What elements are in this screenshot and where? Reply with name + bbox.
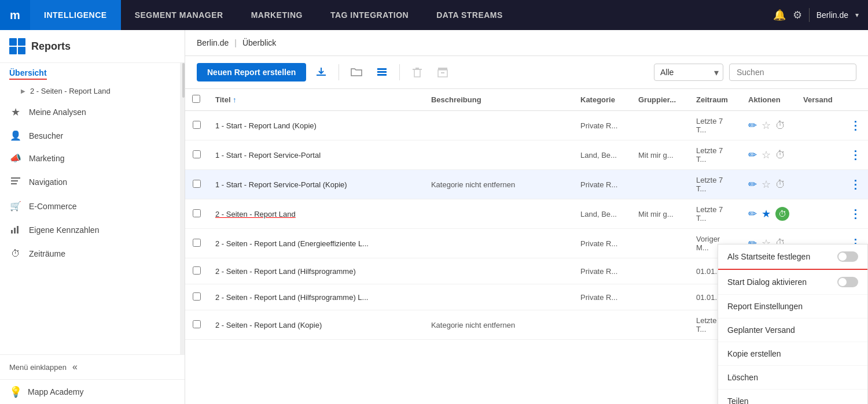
sidebar-item-zeitraume[interactable]: ⏱ Zeiträume: [0, 243, 180, 265]
row-checkbox[interactable]: [193, 292, 201, 301]
logo[interactable]: m: [0, 0, 30, 30]
row-versand-cell: [796, 140, 843, 170]
edit-icon[interactable]: ✏: [748, 149, 757, 161]
toolbar-divider-2: [399, 64, 400, 80]
nav-segment-manager[interactable]: SEGMENT MANAGER: [121, 0, 237, 30]
sidebar-item-mapp-academy[interactable]: 💡 Mapp Academy: [0, 379, 185, 404]
svg-rect-7: [377, 68, 387, 70]
nav-intelligence[interactable]: INTELLIGENCE: [30, 0, 121, 30]
col-title-header[interactable]: Titel ↑: [208, 89, 424, 111]
row-title-link[interactable]: 2 - Seiten - Report Land (Hilfsprogramme…: [215, 267, 356, 276]
more-icon[interactable]: ⋮: [849, 207, 861, 220]
row-checkbox[interactable]: [193, 239, 201, 247]
row-cat-cell: Private R...: [573, 229, 631, 258]
delete-icon-button[interactable]: [407, 62, 428, 83]
site-name[interactable]: Berlin.de: [816, 10, 848, 20]
context-menu-dialog[interactable]: Start Dialog aktivieren: [718, 270, 867, 295]
clock-active-icon[interactable]: ⏱: [775, 207, 789, 221]
star-empty-icon[interactable]: ☆: [762, 119, 771, 132]
sidebar-item-ecommerce[interactable]: 🛒 E-Commerce: [0, 195, 180, 217]
nav-items: INTELLIGENCE SEGMENT MANAGER MARKETING T…: [30, 0, 764, 30]
sidebar-item-meine-analysen[interactable]: ★ Meine Analysen: [0, 100, 180, 124]
row-cat-cell: Private R...: [573, 284, 631, 310]
startseite-toggle[interactable]: [837, 251, 858, 262]
archive-icon-button[interactable]: [432, 62, 453, 83]
row-desc-cell: [424, 229, 573, 258]
row-title-link[interactable]: 1 - Start - Report Service-Portal (Kopie…: [215, 180, 347, 189]
sidebar-title: Reports: [31, 40, 71, 53]
row-title-cell: 2 - Seiten - Report Land (Hilfsprogramme…: [208, 284, 424, 310]
star-empty-icon[interactable]: ☆: [762, 149, 771, 161]
row-desc-cell: [424, 199, 573, 229]
sidebar-item-navigation[interactable]: Navigation: [0, 169, 180, 195]
clock-icon[interactable]: ⏱: [775, 149, 786, 161]
list-view-button[interactable]: [372, 62, 392, 83]
row-title-cell: 1 - Start - Report Service-Portal (Kopie…: [208, 170, 424, 199]
table-row: 1 - Start - Report Land (Kopie) Private …: [185, 111, 868, 140]
row-title-link[interactable]: 1 - Start - Report Service-Portal: [215, 151, 321, 160]
context-menu-settings[interactable]: Report Einstellungen: [718, 295, 867, 318]
row-checkbox-cell: [185, 170, 208, 199]
action-icons-group: ✏ ☆ ⏱: [748, 178, 789, 191]
row-checkbox-cell: [185, 229, 208, 258]
clock-icon[interactable]: ⏱: [775, 120, 786, 132]
select-all-checkbox[interactable]: [192, 95, 200, 103]
context-menu-startseite[interactable]: Als Startseite festlegen: [718, 244, 867, 270]
breadcrumb-page: Überblick: [242, 38, 276, 47]
row-title-link[interactable]: 2 - Seiten - Report Land (Kopie): [215, 321, 322, 329]
import-icon-button[interactable]: [311, 62, 332, 83]
row-cat-cell: Private R...: [573, 111, 631, 140]
more-icon[interactable]: ⋮: [849, 149, 861, 161]
context-menu-loschen[interactable]: Löschen: [718, 366, 867, 390]
breadcrumb-site: Berlin.de: [197, 38, 229, 47]
row-title-link[interactable]: 2 - Seiten - Report Land (Energieeffizie…: [215, 239, 369, 248]
settings-icon[interactable]: ⚙: [793, 9, 802, 21]
nav-marketing[interactable]: MARKETING: [237, 0, 317, 30]
context-menu-kopie[interactable]: Kopie erstellen: [718, 342, 867, 366]
reports-grid-icon: [9, 38, 25, 54]
row-checkbox[interactable]: [193, 320, 201, 328]
context-menu-teilen[interactable]: Teilen: [718, 390, 867, 404]
sidebar-item-marketing[interactable]: 📣 Marketing: [0, 147, 180, 169]
sidebar-sub-seiten-report[interactable]: ▶ 2 - Seiten - Report Land: [0, 82, 180, 100]
row-checkbox[interactable]: [193, 209, 201, 217]
row-title-link[interactable]: 2 - Seiten - Report Land: [215, 210, 296, 218]
edit-icon[interactable]: ✏: [748, 119, 757, 132]
row-title-cell: 2 - Seiten - Report Land (Hilfsprogramme…: [208, 258, 424, 284]
row-zeit-cell: Letzte 7 T...: [689, 140, 741, 170]
svg-rect-9: [377, 74, 387, 76]
collapse-menu-button[interactable]: Menü einklappen «: [9, 362, 78, 372]
sidebar-item-eigene-kennzahlen[interactable]: Eigene Kennzahlen: [0, 217, 180, 243]
row-title-link[interactable]: 2 - Seiten - Report Land (Hilfsprogramme…: [215, 293, 368, 302]
row-cat-cell: [573, 310, 631, 340]
context-menu-versand[interactable]: Geplanter Versand: [718, 318, 867, 342]
row-title-link[interactable]: 1 - Start - Report Land (Kopie): [215, 121, 317, 130]
sidebar-scrollbar[interactable]: [180, 63, 185, 354]
create-report-button[interactable]: Neuen Report erstellen: [197, 63, 306, 81]
row-checkbox[interactable]: [193, 150, 201, 158]
search-input[interactable]: [729, 64, 856, 81]
nav-data-streams[interactable]: DATA STREAMS: [422, 0, 517, 30]
more-icon[interactable]: ⋮: [849, 119, 861, 132]
sidebar-sub-label: 2 - Seiten - Report Land: [30, 87, 111, 95]
star-filled-icon[interactable]: ★: [762, 207, 771, 220]
edit-icon[interactable]: ✏: [748, 178, 757, 191]
star-empty-icon[interactable]: ☆: [762, 178, 771, 191]
sidebar-ubersicht-label[interactable]: Übersicht: [9, 68, 47, 80]
row-checkbox[interactable]: [193, 121, 201, 129]
edit-icon[interactable]: ✏: [748, 207, 757, 220]
sidebar-item-besucher[interactable]: 👤 Besucher: [0, 124, 180, 147]
nav-tag-integration[interactable]: TAG INTEGRATION: [317, 0, 422, 30]
row-checkbox[interactable]: [193, 180, 201, 188]
clock-icon[interactable]: ⏱: [775, 179, 786, 191]
row-zeit-cell: Letzte 7 T...: [689, 199, 741, 229]
bell-icon[interactable]: 🔔: [773, 9, 786, 21]
svg-rect-11: [415, 68, 419, 69]
filter-select[interactable]: Alle: [654, 64, 723, 81]
more-icon[interactable]: ⋮: [849, 178, 861, 191]
dialog-toggle[interactable]: [837, 277, 858, 287]
site-chevron-icon: ▾: [855, 11, 859, 19]
folder-icon-button[interactable]: [346, 62, 367, 83]
row-checkbox[interactable]: [193, 266, 201, 275]
sort-icon: ↑: [233, 95, 237, 104]
